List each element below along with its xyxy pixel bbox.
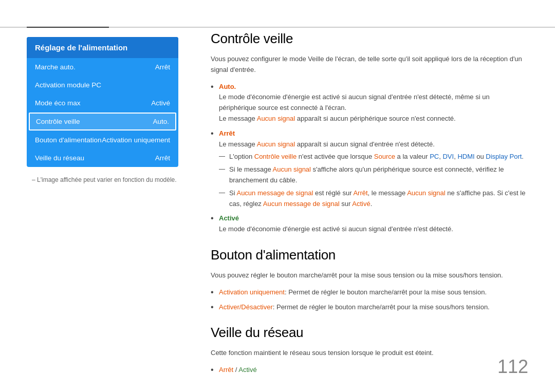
menu-item-bouton-label: Bouton d'alimentation bbox=[35, 136, 101, 144]
bouton-activer-desactiver: Activer/Désactiver: Permet de régler le … bbox=[211, 302, 528, 313]
menu-item-veille-reseau[interactable]: Veille du réseau Arrêt bbox=[27, 149, 178, 167]
section-bouton-intro: Vous pouvez régler le bouton marche/arrê… bbox=[211, 270, 528, 281]
top-divider bbox=[0, 27, 555, 28]
sub-item-1: L'option Contrôle veille n'est activée q… bbox=[219, 152, 528, 162]
menu-box: Réglage de l'alimentation Marche auto. A… bbox=[27, 37, 178, 167]
activation-uniquement-body: : Permet de régler le bouton marche/arrê… bbox=[285, 288, 487, 296]
activer-desactiver-body: : Permet de régler le bouton marche/arrê… bbox=[273, 303, 490, 311]
right-panel: Contrôle veille Vous pouvez configurer l… bbox=[211, 31, 528, 388]
label-arret-option: Arrêt bbox=[219, 366, 233, 374]
menu-title: Réglage de l'alimentation bbox=[27, 37, 178, 58]
section-veille-reseau-intro: Cette fonction maintient le réseau sous … bbox=[211, 348, 528, 359]
menu-item-controle-veille-value: Auto. bbox=[153, 118, 169, 125]
list-item-arret: Arrêt Le message Aucun signal apparaît s… bbox=[211, 128, 528, 210]
menu-item-controle-veille[interactable]: Contrôle veille Auto. bbox=[29, 113, 176, 130]
menu-item-mode-eco[interactable]: Mode éco max Activé bbox=[27, 94, 178, 112]
arret-body: Le message Aucun signal apparaît si aucu… bbox=[219, 140, 435, 148]
label-active-option: Activé bbox=[238, 366, 256, 374]
label-auto: Auto. bbox=[219, 83, 236, 90]
menu-item-mode-eco-label: Mode éco max bbox=[35, 99, 81, 107]
left-panel: Réglage de l'alimentation Marche auto. A… bbox=[27, 37, 181, 183]
section-bouton-title: Bouton d'alimentation bbox=[211, 247, 528, 263]
label-arret: Arrêt bbox=[219, 129, 235, 137]
menu-item-marche-label: Marche auto. bbox=[35, 63, 76, 71]
section-bouton: Bouton d'alimentation Vous pouvez régler… bbox=[211, 247, 528, 312]
menu-item-veille-reseau-value: Arrêt bbox=[155, 154, 170, 162]
section-veille-reseau: Veille du réseau Cette fonction maintien… bbox=[211, 325, 528, 376]
section-veille-reseau-title: Veille du réseau bbox=[211, 325, 528, 341]
menu-item-mode-eco-value: Activé bbox=[151, 99, 170, 107]
menu-item-bouton[interactable]: Bouton d'alimentation Activation uniquem… bbox=[27, 131, 178, 149]
menu-item-bouton-value: Activation uniquement bbox=[102, 136, 170, 144]
menu-item-veille-reseau-label: Veille du réseau bbox=[35, 154, 84, 162]
page-number: 112 bbox=[497, 356, 528, 378]
arret-sub-list: L'option Contrôle veille n'est activée q… bbox=[219, 152, 528, 209]
sub-item-2: Si le message Aucun signal s'affiche alo… bbox=[219, 164, 528, 186]
active-body: Le mode d'économie d'énergie est activé … bbox=[219, 225, 453, 233]
controle-veille-list: Auto. Le mode d'économie d'énergie est a… bbox=[211, 82, 528, 235]
menu-item-activation-module[interactable]: Activation module PC bbox=[27, 76, 178, 94]
menu-note: L'image affichée peut varier en fonction… bbox=[27, 176, 181, 183]
section-controle-veille-title: Contrôle veille bbox=[211, 31, 528, 47]
list-item-auto: Auto. Le mode d'économie d'énergie est a… bbox=[211, 82, 528, 124]
list-item-active: Activé Le mode d'économie d'énergie est … bbox=[211, 213, 528, 235]
auto-body: Le mode d'économie d'énergie est activé … bbox=[219, 93, 490, 111]
menu-item-marche-value: Arrêt bbox=[155, 63, 170, 71]
menu-item-controle-veille-label: Contrôle veille bbox=[36, 118, 80, 125]
bouton-list: Activation uniquement: Permet de régler … bbox=[211, 287, 528, 313]
menu-item-marche[interactable]: Marche auto. Arrêt bbox=[27, 58, 178, 76]
veille-reseau-list: Arrêt / Activé bbox=[211, 365, 528, 376]
section-controle-veille-intro: Vous pouvez configurer le mode Veille de… bbox=[211, 54, 528, 76]
label-active: Activé bbox=[219, 214, 239, 222]
label-activer-desactiver: Activer/Désactiver bbox=[219, 303, 273, 311]
bouton-activation: Activation uniquement: Permet de régler … bbox=[211, 287, 528, 298]
veille-reseau-options: Arrêt / Activé bbox=[211, 365, 528, 376]
top-accent bbox=[27, 27, 109, 28]
auto-sub: Le message Aucun signal apparaît si aucu… bbox=[219, 115, 456, 122]
sub-item-3: Si Aucun message de signal est réglé sur… bbox=[219, 188, 528, 210]
section-controle-veille: Contrôle veille Vous pouvez configurer l… bbox=[211, 31, 528, 235]
label-activation-uniquement: Activation uniquement bbox=[219, 288, 285, 296]
menu-item-activation-module-label: Activation module PC bbox=[35, 81, 101, 89]
